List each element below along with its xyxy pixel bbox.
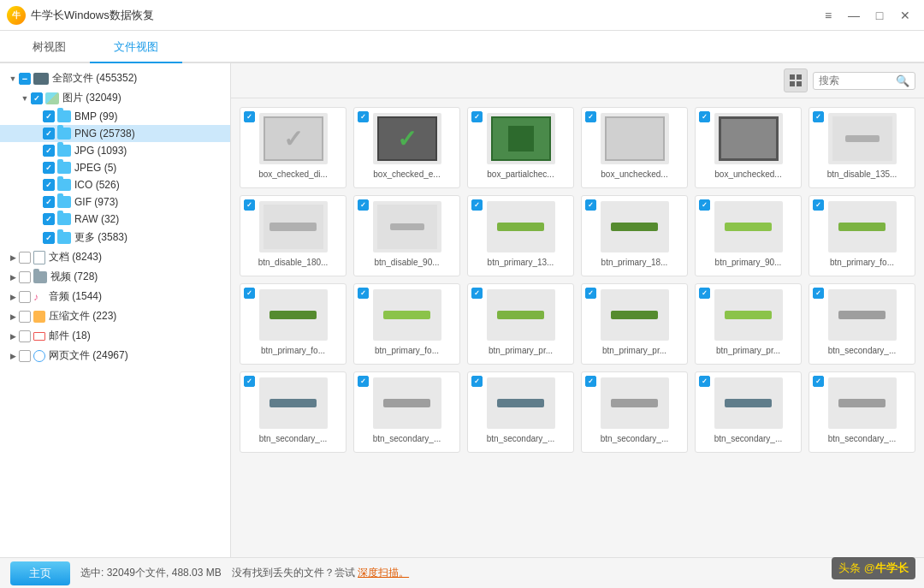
menu-button[interactable]: ≡ [816, 5, 840, 26]
file-checkbox[interactable] [699, 376, 710, 387]
checkbox-ico[interactable] [43, 179, 55, 191]
checkbox-web[interactable] [19, 350, 31, 362]
file-item[interactable]: btn_primary_fo... [353, 283, 460, 365]
checkbox-gif[interactable] [43, 196, 55, 208]
search-icon[interactable]: 🔍 [896, 74, 909, 87]
file-item[interactable]: btn_secondary_... [808, 371, 915, 453]
sidebar-item-web[interactable]: ▶ 网页文件 (24967) [0, 346, 230, 365]
checkbox-all-files[interactable] [19, 73, 31, 85]
checkbox-zip[interactable] [19, 311, 31, 323]
file-item[interactable]: btn_primary_pr... [467, 283, 574, 365]
file-thumbnail [259, 377, 328, 429]
file-checkbox[interactable] [471, 376, 483, 387]
file-checkbox[interactable] [244, 376, 255, 387]
deep-scan-link[interactable]: 深度扫描。 [358, 567, 409, 579]
file-checkbox[interactable] [358, 111, 369, 122]
file-checkbox[interactable] [813, 199, 824, 211]
checkbox-raw[interactable] [43, 213, 55, 225]
file-thumbnail [828, 113, 897, 164]
sidebar-item-all-files[interactable]: ▼ 全部文件 (455352) [0, 68, 230, 88]
checkbox-audio[interactable] [19, 291, 31, 303]
file-item[interactable]: btn_disable_180... [240, 195, 346, 276]
content-toolbar: 🔍 [231, 63, 924, 98]
sidebar-item-zip[interactable]: ▶ 压缩文件 (223) [0, 306, 230, 326]
sidebar-item-docs[interactable]: ▶ 文档 (8243) [0, 247, 230, 267]
file-item[interactable]: btn_secondary_... [695, 371, 802, 453]
file-icon [33, 251, 45, 264]
sidebar-item-raw[interactable]: RAW (32) [0, 211, 230, 228]
file-checkbox[interactable] [358, 199, 369, 211]
file-item[interactable]: box_checked_di... [240, 107, 346, 188]
file-item[interactable]: btn_secondary_... [353, 371, 460, 453]
checkbox-jpg[interactable] [43, 145, 55, 157]
file-item[interactable]: btn_primary_fo... [808, 195, 915, 276]
file-item[interactable]: box_unchecked... [695, 107, 802, 188]
file-item[interactable]: btn_primary_pr... [581, 283, 688, 365]
file-checkbox[interactable] [813, 111, 824, 122]
close-button[interactable]: ✕ [893, 5, 917, 26]
file-item[interactable]: btn_disable_90... [353, 195, 460, 276]
tab-tree-view[interactable]: 树视图 [9, 33, 90, 63]
file-checkbox[interactable] [699, 288, 710, 299]
checkbox-mail[interactable] [19, 330, 31, 342]
home-button[interactable]: 主页 [10, 561, 70, 585]
file-checkbox[interactable] [813, 288, 824, 299]
file-checkbox[interactable] [358, 376, 369, 387]
file-item[interactable]: box_partialchec... [467, 107, 574, 188]
sidebar-item-mail[interactable]: ▶ 邮件 (18) [0, 326, 230, 346]
file-item[interactable]: btn_primary_13... [467, 195, 574, 276]
file-item[interactable]: btn_primary_pr... [695, 283, 802, 365]
file-checkbox[interactable] [585, 288, 596, 299]
checkbox-more-img[interactable] [43, 232, 55, 244]
file-checkbox[interactable] [813, 376, 824, 387]
checkbox-images[interactable] [31, 92, 43, 104]
file-checkbox[interactable] [699, 111, 710, 122]
file-checkbox[interactable] [585, 199, 596, 211]
file-item[interactable]: btn_primary_90... [695, 195, 802, 276]
file-checkbox[interactable] [244, 199, 255, 211]
file-item[interactable]: btn_secondary_... [581, 371, 688, 453]
checkbox-bmp[interactable] [43, 110, 55, 122]
svg-rect-0 [790, 74, 795, 80]
file-checkbox[interactable] [585, 111, 596, 122]
thumb-content [832, 116, 892, 161]
sidebar-item-ico[interactable]: ICO (526) [0, 176, 230, 193]
sidebar-item-more-img[interactable]: 更多 (3583) [0, 228, 230, 247]
file-checkbox[interactable] [699, 199, 710, 211]
sidebar-item-images[interactable]: ▼ 图片 (32049) [0, 88, 230, 108]
file-item[interactable]: btn_secondary_... [467, 371, 574, 453]
file-item[interactable]: box_unchecked... [581, 107, 688, 188]
file-checkbox[interactable] [244, 111, 255, 122]
file-checkbox[interactable] [471, 199, 483, 211]
checkbox-png[interactable] [43, 128, 55, 140]
minimize-button[interactable]: — [842, 5, 866, 26]
search-input[interactable] [819, 74, 896, 86]
checkbox-video[interactable] [19, 271, 31, 283]
file-item[interactable]: btn_secondary_... [808, 283, 915, 365]
maximize-button[interactable]: □ [868, 5, 891, 26]
sidebar-item-bmp[interactable]: BMP (99) [0, 108, 230, 125]
file-checkbox[interactable] [244, 288, 255, 299]
file-checkbox[interactable] [585, 376, 596, 387]
sidebar-item-video[interactable]: ▶ 视频 (728) [0, 267, 230, 287]
sidebar-item-label: 压缩文件 (223) [49, 309, 116, 324]
tab-file-view[interactable]: 文件视图 [90, 33, 182, 63]
sidebar-item-audio[interactable]: ▶ ♪ 音频 (1544) [0, 287, 230, 306]
file-item[interactable]: btn_primary_fo... [240, 283, 346, 365]
file-item[interactable]: box_checked_e... [353, 107, 460, 188]
sidebar-item-jpg[interactable]: JPG (1093) [0, 142, 230, 159]
arrow-icon [31, 128, 43, 140]
checkbox-jpeg[interactable] [43, 162, 55, 174]
file-item[interactable]: btn_primary_18... [581, 195, 688, 276]
sidebar-item-jpeg[interactable]: JPEG (5) [0, 159, 230, 176]
file-checkbox[interactable] [471, 111, 483, 122]
arrow-icon: ▼ [7, 73, 19, 85]
grid-view-button[interactable] [784, 68, 808, 92]
sidebar-item-gif[interactable]: GIF (973) [0, 193, 230, 211]
checkbox-docs[interactable] [19, 252, 31, 264]
file-item[interactable]: btn_secondary_... [240, 371, 346, 453]
file-item[interactable]: btn_disable_135... [808, 107, 915, 188]
file-checkbox[interactable] [358, 288, 369, 299]
sidebar-item-png[interactable]: PNG (25738) [0, 125, 230, 142]
file-checkbox[interactable] [471, 288, 483, 299]
